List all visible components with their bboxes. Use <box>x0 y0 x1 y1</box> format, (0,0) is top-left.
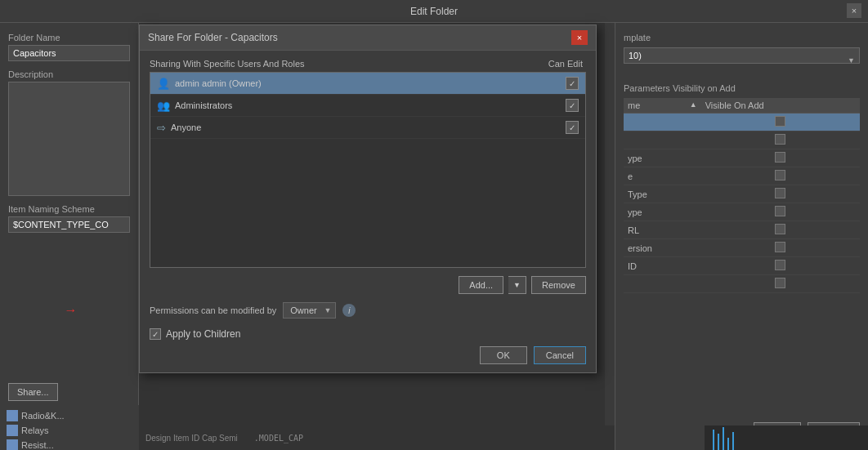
param-visible-cell[interactable] <box>701 221 860 239</box>
folder-name-label: Folder Name <box>8 33 130 42</box>
model-text: .MODEL_CAP <box>254 434 303 443</box>
sharing-row-administrators[interactable]: 👥 Administrators ✓ <box>150 95 585 117</box>
main-window: Edit Folder × Folder Name Description It… <box>0 0 868 450</box>
edit-folder-title: Edit Folder <box>410 6 458 17</box>
param-visible-cell[interactable] <box>701 114 860 131</box>
apply-children-label: Apply to Children <box>166 328 240 340</box>
visible-checkbox[interactable] <box>775 188 785 198</box>
template-select[interactable]: 10) <box>624 47 860 64</box>
can-edit-checkbox[interactable]: ✓ <box>566 99 579 112</box>
can-edit-label: Can Edit <box>548 59 583 69</box>
share-button-row: Share... → <box>8 220 78 401</box>
tree-item-relays[interactable]: Relays <box>7 423 132 438</box>
table-row[interactable]: Type <box>624 185 860 203</box>
sharing-row-anyone[interactable]: ⇨ Anyone ✓ <box>150 117 585 139</box>
sharing-table-container: 👤 admin admin (Owner) ✓ 👥 Administrators… <box>150 72 586 268</box>
user-name: admin admin (Owner) <box>175 78 566 88</box>
person-icon: 👤 <box>157 78 170 90</box>
table-row[interactable]: ID <box>624 257 860 275</box>
share-dialog-close-button[interactable]: × <box>571 30 588 45</box>
param-name-cell <box>624 275 701 293</box>
share-icon: ⇨ <box>157 122 166 134</box>
chart-bar-1 <box>713 430 714 450</box>
share-dialog: Share For Folder - Capacitors × Sharing … <box>139 25 597 373</box>
param-name-cell: ersion <box>624 239 701 257</box>
tree-item-radiok[interactable]: Radio&K... <box>7 408 132 423</box>
visible-checkbox[interactable] <box>775 152 785 163</box>
param-visible-cell[interactable] <box>701 131 860 149</box>
param-name-cell: ype <box>624 203 701 221</box>
permissions-row: Permissions can be modified by Owner i <box>150 302 586 319</box>
table-row[interactable]: RL <box>624 221 860 239</box>
chart-bar-3 <box>723 427 724 450</box>
chart-bar-5 <box>732 432 734 450</box>
table-row[interactable]: ype <box>624 149 860 167</box>
add-button[interactable]: Add... <box>459 276 503 294</box>
owner-select[interactable]: Owner <box>283 302 336 319</box>
param-visible-cell[interactable] <box>701 203 860 221</box>
share-dialog-titlebar: Share For Folder - Capacitors × <box>140 25 596 51</box>
params-visibility-label: Parameters Visibility on Add <box>624 83 860 93</box>
description-field[interactable] <box>8 82 130 196</box>
chart-bar-2 <box>718 434 719 450</box>
param-name-cell <box>624 114 701 131</box>
share-button[interactable]: Share... <box>8 383 58 401</box>
tree-item-resist[interactable]: Resist... <box>7 438 132 450</box>
visible-checkbox[interactable] <box>775 170 785 180</box>
can-edit-checkbox[interactable]: ✓ <box>566 121 579 134</box>
table-row[interactable] <box>624 131 860 149</box>
user-name: Administrators <box>175 100 566 110</box>
param-visible-cell[interactable] <box>701 167 860 185</box>
bottom-bar: Design Item ID Cap Semi .MODEL_CAP <box>139 425 615 450</box>
visible-checkbox[interactable] <box>775 242 785 252</box>
dialog-cancel-button[interactable]: Cancel <box>534 346 586 364</box>
edit-folder-close-button[interactable]: × <box>847 3 861 18</box>
add-dropdown-button[interactable]: ▼ <box>508 276 526 294</box>
table-row[interactable]: ype <box>624 203 860 221</box>
arrow-right-icon: → <box>65 303 78 318</box>
sharing-col-label: Sharing With Specific Users And Roles <box>150 59 305 69</box>
tree-icon <box>7 410 18 421</box>
can-edit-checkbox[interactable]: ✓ <box>566 77 579 90</box>
visible-checkbox[interactable] <box>775 260 785 270</box>
param-visible-cell[interactable] <box>701 239 860 257</box>
right-panel: mplate 10) Parameters Visibility on Add … <box>615 23 868 450</box>
apply-children-row: ✓ Apply to Children <box>150 328 586 340</box>
visible-checkbox[interactable] <box>775 206 785 216</box>
visible-checkbox[interactable] <box>775 134 785 145</box>
param-visible-cell[interactable] <box>701 257 860 275</box>
remove-button[interactable]: Remove <box>531 276 586 294</box>
visible-checkbox[interactable] <box>775 116 785 127</box>
params-col-visible: Visible On Add <box>701 98 860 114</box>
tree-icon <box>7 425 18 436</box>
table-row[interactable]: e <box>624 167 860 185</box>
param-visible-cell[interactable] <box>701 185 860 203</box>
table-row[interactable] <box>624 275 860 293</box>
param-name-cell: RL <box>624 221 701 239</box>
visible-checkbox[interactable] <box>775 278 785 288</box>
apply-children-checkbox[interactable]: ✓ <box>150 328 161 340</box>
owner-select-wrapper: Owner <box>283 302 336 319</box>
info-icon: i <box>342 304 356 317</box>
folder-name-input[interactable] <box>8 45 130 61</box>
visible-checkbox[interactable] <box>775 224 785 234</box>
tree-items: Radio&K... Relays Resist... <box>0 405 139 450</box>
param-name-cell <box>624 131 701 149</box>
share-dialog-title: Share For Folder - Capacitors <box>148 32 278 43</box>
tree-item-label: Relays <box>21 425 49 435</box>
param-visible-cell[interactable] <box>701 149 860 167</box>
chart-bar-4 <box>727 438 729 450</box>
scrollbar[interactable] <box>605 23 615 425</box>
permissions-label: Permissions can be modified by <box>150 305 276 315</box>
group-icon: 👥 <box>157 100 170 112</box>
description-label: Description <box>8 69 130 79</box>
tree-item-label: Resist... <box>21 440 54 450</box>
sharing-row-admin[interactable]: 👤 admin admin (Owner) ✓ <box>150 73 585 95</box>
table-row[interactable] <box>624 114 860 131</box>
dialog-ok-button[interactable]: OK <box>480 346 527 364</box>
template-select-wrapper: 10) <box>624 47 860 74</box>
user-name: Anyone <box>171 123 566 132</box>
params-table: me ▲ Visible On Add ype <box>624 98 860 293</box>
param-visible-cell[interactable] <box>701 275 860 293</box>
table-row[interactable]: ersion <box>624 239 860 257</box>
